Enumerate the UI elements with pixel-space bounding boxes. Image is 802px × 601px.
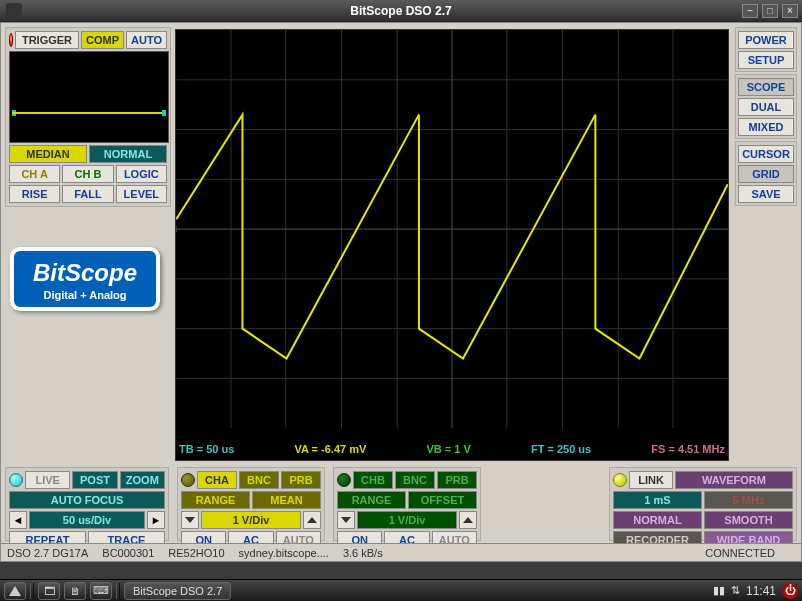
status-id: RE52HO10	[168, 547, 224, 559]
readout-ft: FT = 250 us	[531, 443, 591, 455]
link-led-icon	[613, 473, 627, 487]
status-bar: DSO 2.7 DG17A BC000301 RE52HO10 sydney.b…	[1, 543, 801, 561]
quicklaunch-3[interactable]: ⌨	[90, 582, 112, 600]
waveform-button[interactable]: WAVEFORM	[675, 471, 793, 489]
mini-waveform-display[interactable]	[9, 51, 169, 143]
bitscope-logo: BitScope Digital + Analog	[10, 247, 160, 311]
save-button[interactable]: SAVE	[738, 185, 794, 203]
maximize-button[interactable]: □	[762, 4, 778, 18]
cha-div-down-button[interactable]	[181, 511, 199, 529]
status-rate: 3.6 kB/s	[343, 547, 383, 559]
taskbar-app-label: BitScope DSO 2.7	[133, 585, 222, 597]
cha-led-icon	[181, 473, 195, 487]
rise-button[interactable]: RISE	[9, 185, 60, 203]
shutdown-button[interactable]: ⏻	[782, 583, 798, 599]
quicklaunch-1[interactable]: 🗔	[38, 582, 60, 600]
post-button[interactable]: POST	[72, 471, 117, 489]
link-smooth-button[interactable]: SMOOTH	[704, 511, 793, 529]
readout-va: VA = -6.47 mV	[294, 443, 366, 455]
quicklaunch-2[interactable]: 🗎	[64, 582, 86, 600]
logo-name: BitScope	[14, 259, 156, 287]
cha-range-button[interactable]: RANGE	[181, 491, 250, 509]
app-body: TRIGGER COMP AUTO MEDIAN NORMAL CH A CH …	[0, 22, 802, 562]
level-button[interactable]: LEVEL	[116, 185, 167, 203]
auto-button[interactable]: AUTO	[126, 31, 167, 49]
cha-mean-button[interactable]: MEAN	[252, 491, 321, 509]
chb-range-button[interactable]: RANGE	[337, 491, 406, 509]
chb-led-icon	[337, 473, 351, 487]
scope-button[interactable]: SCOPE	[738, 78, 794, 96]
chb-div-down-button[interactable]	[337, 511, 355, 529]
live-button[interactable]: LIVE	[25, 471, 70, 489]
marker-right-icon	[162, 110, 166, 116]
svg-marker-18	[9, 586, 21, 596]
link-time-button[interactable]: 1 mS	[613, 491, 702, 509]
cha-bnc-button[interactable]: BNC	[239, 471, 279, 489]
cursor-button[interactable]: CURSOR	[738, 145, 794, 163]
chb-prb-button[interactable]: PRB	[437, 471, 477, 489]
cha-prb-button[interactable]: PRB	[281, 471, 321, 489]
trigger-label: TRIGGER	[15, 31, 79, 49]
tray-battery-icon[interactable]: ▮▮	[713, 584, 725, 597]
tray-network-icon[interactable]: ⇅	[731, 584, 740, 597]
mixed-button[interactable]: MIXED	[738, 118, 794, 136]
scope-svg	[176, 30, 728, 460]
mini-trace	[12, 112, 166, 114]
chb-div-up-button[interactable]	[459, 511, 477, 529]
taskbar-clock: 11:41	[746, 584, 776, 598]
autofocus-button[interactable]: AUTO FOCUS	[9, 491, 165, 509]
taskbar-sep2-icon	[116, 583, 120, 599]
power-button[interactable]: POWER	[738, 31, 794, 49]
timebase-prev-button[interactable]: ◄	[9, 511, 27, 529]
status-connected: CONNECTED	[705, 547, 775, 559]
link-label: LINK	[629, 471, 673, 489]
comp-button[interactable]: COMP	[81, 31, 124, 49]
chb-div[interactable]: 1 V/Div	[357, 511, 457, 529]
readout-vb: VB = 1 V	[426, 443, 470, 455]
close-button[interactable]: ×	[782, 4, 798, 18]
cha-div[interactable]: 1 V/Div	[201, 511, 301, 529]
chb-offset-button[interactable]: OFFSET	[408, 491, 477, 509]
logo-sub: Digital + Analog	[14, 289, 156, 301]
cha-label[interactable]: CHA	[197, 471, 237, 489]
chb-bnc-button[interactable]: BNC	[395, 471, 435, 489]
status-version: DSO 2.7 DG17A	[7, 547, 88, 559]
setup-button[interactable]: SETUP	[738, 51, 794, 69]
window-title: BitScope DSO 2.7	[0, 4, 802, 18]
scope-readout: TB = 50 us VA = -6.47 mV VB = 1 V FT = 2…	[179, 443, 725, 455]
readout-fs: FS = 4.51 MHz	[651, 443, 725, 455]
trigger-led-icon	[9, 33, 13, 47]
normal-button[interactable]: NORMAL	[89, 145, 167, 163]
dual-button[interactable]: DUAL	[738, 98, 794, 116]
minimize-button[interactable]: –	[742, 4, 758, 18]
taskbar-sep-icon	[30, 583, 34, 599]
chb-label[interactable]: CHB	[353, 471, 393, 489]
timebase-div[interactable]: 50 us/Div	[29, 511, 145, 529]
readout-tb: TB = 50 us	[179, 443, 234, 455]
cha-select-button[interactable]: CH A	[9, 165, 60, 183]
cha-div-up-button[interactable]	[303, 511, 321, 529]
status-serial: BC000301	[102, 547, 154, 559]
logic-button[interactable]: LOGIC	[116, 165, 167, 183]
link-normal-button[interactable]: NORMAL	[613, 511, 702, 529]
median-button[interactable]: MEDIAN	[9, 145, 87, 163]
timebase-led-icon	[9, 473, 23, 487]
timebase-next-button[interactable]: ►	[147, 511, 165, 529]
window-titlebar: BitScope DSO 2.7 – □ ×	[0, 0, 802, 22]
start-button[interactable]	[4, 582, 26, 600]
os-taskbar: 🗔 🗎 ⌨ BitScope DSO 2.7 ▮▮ ⇅ 11:41 ⏻	[0, 579, 802, 601]
grid-button[interactable]: GRID	[738, 165, 794, 183]
scope-display[interactable]	[175, 29, 729, 461]
chb-select-button[interactable]: CH B	[62, 165, 113, 183]
status-host: sydney.bitscope....	[239, 547, 329, 559]
link-freq-button[interactable]: 5 MHz	[704, 491, 793, 509]
taskbar-app-button[interactable]: BitScope DSO 2.7	[124, 582, 231, 600]
fall-button[interactable]: FALL	[62, 185, 113, 203]
zoom-button[interactable]: ZOOM	[120, 471, 165, 489]
